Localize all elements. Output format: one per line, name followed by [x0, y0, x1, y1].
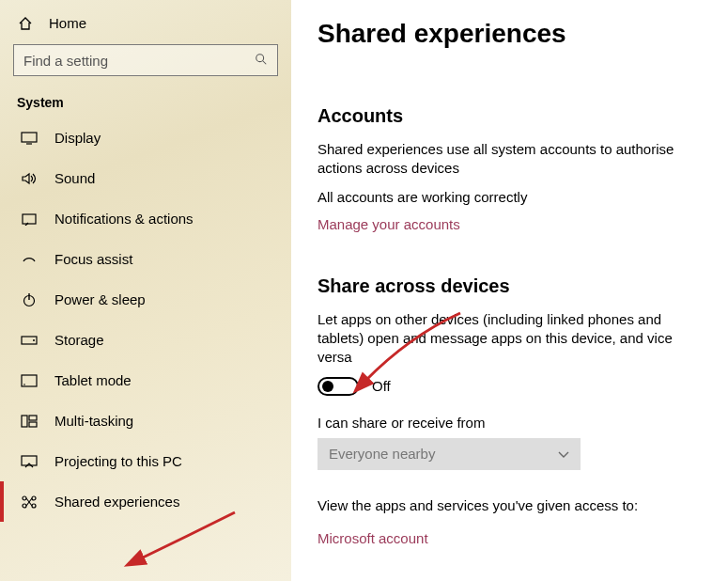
home-link[interactable]: Home — [0, 9, 291, 44]
svg-point-15 — [23, 496, 26, 500]
search-icon — [255, 53, 268, 69]
sidebar-item-tablet-mode[interactable]: Tablet mode — [0, 360, 291, 400]
receive-select[interactable]: Everyone nearby — [318, 438, 581, 470]
sidebar-item-power-sleep[interactable]: Power & sleep — [0, 279, 291, 320]
microsoft-account-link[interactable]: Microsoft account — [318, 530, 428, 546]
sidebar-item-label: Notifications & actions — [54, 211, 194, 227]
share-toggle[interactable] — [318, 377, 359, 396]
share-toggle-state: Off — [372, 378, 391, 394]
svg-rect-2 — [22, 133, 37, 142]
sidebar-item-label: Storage — [54, 332, 104, 348]
receive-value: Everyone nearby — [329, 446, 435, 462]
sidebar-item-label: Shared experiences — [54, 494, 179, 510]
sidebar-item-display[interactable]: Display — [0, 118, 291, 158]
svg-point-18 — [32, 504, 36, 508]
sidebar-item-focus-assist[interactable]: Focus assist — [0, 239, 291, 279]
accounts-heading: Accounts — [318, 105, 709, 127]
sidebar-item-shared-experiences[interactable]: Shared experiences — [0, 481, 291, 522]
accounts-status: All accounts are working correctly — [318, 188, 709, 207]
sidebar-item-label: Focus assist — [54, 251, 132, 267]
svg-rect-13 — [29, 422, 37, 427]
sidebar-item-label: Tablet mode — [54, 372, 132, 388]
share-desc: Let apps on other devices (including lin… — [318, 310, 709, 368]
sidebar-item-projecting[interactable]: Projecting to this PC — [0, 441, 291, 481]
svg-line-1 — [263, 60, 267, 64]
sidebar-item-label: Display — [54, 130, 101, 146]
home-icon — [17, 16, 34, 31]
svg-rect-12 — [29, 416, 37, 420]
sidebar: Home Find a setting System Display Sound… — [0, 0, 291, 581]
svg-point-8 — [33, 339, 35, 341]
sound-icon — [21, 172, 38, 185]
sidebar-item-sound[interactable]: Sound — [0, 158, 291, 198]
storage-icon — [21, 336, 38, 345]
svg-point-0 — [256, 54, 264, 61]
svg-point-10 — [23, 384, 25, 385]
focus-assist-icon — [21, 252, 38, 267]
page-title: Shared experiences — [318, 19, 709, 49]
power-icon — [21, 292, 38, 307]
svg-point-17 — [23, 504, 26, 508]
projecting-icon — [21, 455, 38, 468]
sidebar-item-label: Projecting to this PC — [54, 453, 182, 469]
tablet-icon — [21, 374, 38, 387]
home-label: Home — [49, 15, 86, 31]
section-label: System — [0, 91, 291, 118]
chevron-down-icon — [558, 446, 569, 462]
multitasking-icon — [21, 415, 38, 428]
notifications-icon — [21, 212, 38, 226]
sidebar-item-label: Multi-tasking — [54, 413, 133, 429]
svg-rect-11 — [22, 416, 27, 427]
receive-label: I can share or receive from — [318, 415, 709, 431]
svg-point-16 — [32, 496, 36, 500]
search-placeholder: Find a setting — [23, 53, 108, 69]
view-apps-label: View the apps and services you've given … — [318, 496, 709, 515]
svg-rect-4 — [23, 214, 36, 224]
sidebar-item-storage[interactable]: Storage — [0, 320, 291, 360]
share-heading: Share across devices — [318, 275, 709, 297]
display-icon — [21, 132, 38, 145]
sidebar-item-label: Sound — [54, 170, 95, 186]
manage-accounts-link[interactable]: Manage your accounts — [318, 216, 460, 232]
sidebar-item-multitasking[interactable]: Multi-tasking — [0, 400, 291, 441]
shared-experiences-icon — [21, 495, 38, 510]
content-pane: Shared experiences Accounts Shared exper… — [291, 0, 728, 581]
sidebar-item-notifications[interactable]: Notifications & actions — [0, 198, 291, 239]
accounts-desc: Shared experiences use all system accoun… — [318, 140, 709, 179]
search-input[interactable]: Find a setting — [13, 44, 278, 76]
sidebar-item-label: Power & sleep — [54, 291, 146, 307]
